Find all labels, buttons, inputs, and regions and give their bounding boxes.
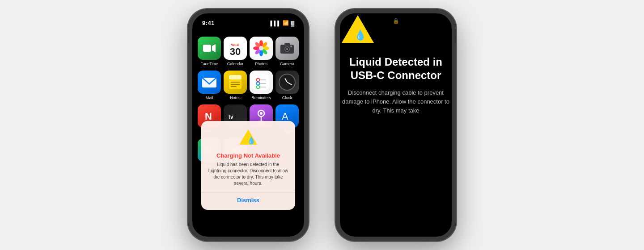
mail-label: Mail	[206, 96, 213, 100]
status-icons: ▌▌▌ 📶 ▓	[271, 20, 294, 26]
alert-dialog: 💧 Charging Not Available Liquid has been…	[201, 121, 295, 210]
svg-text:💧: 💧	[354, 29, 367, 41]
calendar-label: Calendar	[227, 62, 244, 66]
app-notes[interactable]: Notes	[224, 71, 247, 100]
svg-text:N: N	[205, 111, 212, 122]
cal-day: 30	[230, 47, 241, 57]
app-photos[interactable]: Photos	[250, 37, 273, 66]
phone-1: 9:41 ▌▌▌ 📶 ▓ FaceTime WED 30	[188, 9, 309, 241]
app-clock[interactable]: Clock	[275, 71, 299, 100]
svg-marker-1	[212, 44, 216, 52]
svg-text:💧: 💧	[247, 136, 256, 145]
liquid-warning-icon: 💧	[340, 13, 376, 45]
liquid-detected-body: Disconnect charging cable to prevent dam…	[340, 88, 452, 115]
phone-2: 🔒 💧 Liquid Detected in USB-C Connector D…	[335, 9, 456, 241]
svg-text:A: A	[282, 111, 288, 122]
clock-icon	[275, 71, 299, 94]
liquid-detected-title: Liquid Detected in USB-C Connector	[340, 55, 452, 82]
svg-text:tv: tv	[229, 114, 233, 120]
photos-label: Photos	[255, 62, 267, 66]
app-facetime[interactable]: FaceTime	[198, 37, 221, 66]
svg-point-17	[290, 46, 292, 47]
facetime-icon	[198, 37, 221, 60]
app-mail[interactable]: Mail	[198, 71, 221, 100]
facetime-label: FaceTime	[200, 62, 218, 66]
calendar-icon: WED 30	[224, 37, 247, 60]
alert-body: Liquid has been detected in the Lightnin…	[208, 162, 289, 187]
svg-rect-0	[203, 45, 211, 52]
svg-rect-20	[229, 75, 242, 79]
reminders-icon	[250, 71, 273, 94]
dismiss-button[interactable]: Dismiss	[208, 192, 289, 204]
svg-point-34	[260, 112, 263, 115]
notes-icon	[224, 71, 247, 94]
mail-icon	[198, 71, 221, 94]
alert-warning-icon: 💧	[208, 128, 289, 150]
wifi-icon: 📶	[283, 20, 289, 26]
signal-icon: ▌▌▌	[271, 21, 281, 26]
status-time: 9:41	[202, 20, 215, 26]
lock-icon: 🔒	[393, 18, 399, 24]
svg-point-16	[286, 48, 288, 50]
app-calendar[interactable]: WED 30 Calendar	[224, 37, 247, 66]
battery-icon: ▓	[291, 21, 294, 26]
photos-icon	[250, 37, 273, 60]
app-reminders[interactable]: Reminders	[250, 71, 273, 100]
reminders-label: Reminders	[251, 96, 271, 100]
svg-point-11	[259, 46, 263, 50]
svg-rect-13	[284, 43, 290, 46]
dynamic-island-1	[228, 18, 268, 29]
camera-label: Camera	[280, 62, 294, 66]
clock-label: Clock	[282, 96, 292, 100]
svg-rect-24	[253, 74, 269, 90]
app-camera[interactable]: Camera	[275, 37, 299, 66]
alert-title: Charging Not Available	[208, 152, 289, 159]
notes-label: Notes	[230, 96, 241, 100]
camera-icon	[275, 37, 299, 60]
